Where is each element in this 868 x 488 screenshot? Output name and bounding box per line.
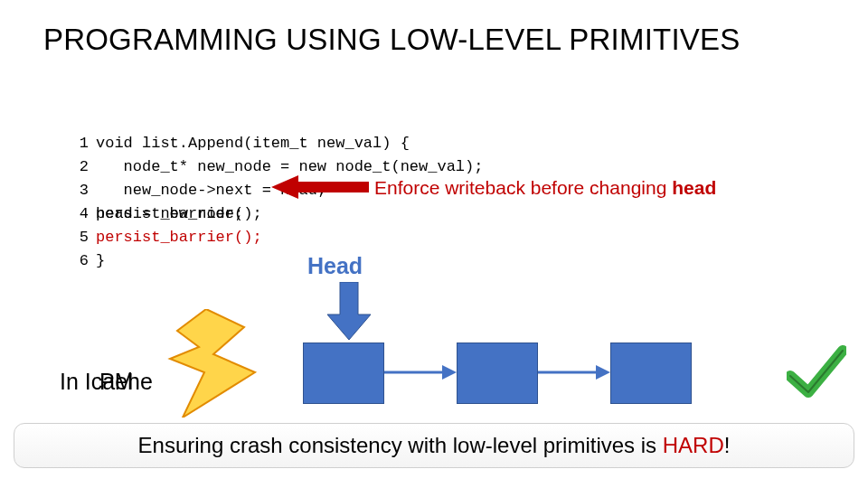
incache-c: PM xyxy=(99,369,134,395)
arrow-down-icon xyxy=(327,282,371,340)
footer-hard: HARD xyxy=(663,433,724,457)
list-node xyxy=(303,343,384,404)
line-number: 6 xyxy=(72,249,89,273)
list-node xyxy=(610,343,692,404)
head-label: Head xyxy=(307,253,363,279)
enforce-text: Enforce writeback before changing xyxy=(374,177,672,198)
svg-marker-3 xyxy=(442,365,457,380)
incache-a: In xyxy=(60,369,85,394)
line-number: 4 xyxy=(72,202,89,226)
code-text: persist_barrier(); xyxy=(96,229,262,246)
slide-title: PROGRAMMING USING LOW-LEVEL PRIMITIVES xyxy=(43,23,740,57)
checkmark-icon xyxy=(787,345,846,399)
in-cache-label: In IcaehePM xyxy=(60,369,153,395)
line-2: 2 node_t* new_node = new node_t(new_val)… xyxy=(72,158,483,175)
line-number: 3 xyxy=(72,179,89,202)
footer-callout: Ensuring crash consistency with low-leve… xyxy=(14,423,854,468)
line-4: 4head = new_node;persist_barrier(); xyxy=(72,205,262,222)
code-text: void list.Append(item_t new_val) { xyxy=(96,135,410,152)
svg-marker-6 xyxy=(170,309,255,418)
linked-list-nodes xyxy=(303,343,692,404)
line-number: 2 xyxy=(72,155,89,179)
code-text-over: persist_barrier(); xyxy=(96,205,262,222)
code-text: } xyxy=(96,252,105,269)
footer-text: Ensuring crash consistency with low-leve… xyxy=(138,433,731,458)
code-text: node_t* new_node = new node_t(new_val); xyxy=(96,158,483,175)
svg-marker-0 xyxy=(271,175,369,199)
link-arrow-icon xyxy=(384,364,457,380)
link-arrow-icon xyxy=(538,364,610,380)
svg-marker-1 xyxy=(327,282,371,340)
list-node xyxy=(457,343,538,404)
code-block: 1void list.Append(item_t new_val) { 2 no… xyxy=(72,108,483,296)
footer-pre: Ensuring crash consistency with low-leve… xyxy=(138,433,663,457)
line-1: 1void list.Append(item_t new_val) { xyxy=(72,135,410,152)
line-number: 5 xyxy=(72,226,89,249)
enforce-writeback-label: Enforce writeback before changing head xyxy=(374,177,716,199)
lightning-bolt-icon xyxy=(163,309,271,418)
line-5: 5persist_barrier(); xyxy=(72,229,262,246)
line-number: 1 xyxy=(72,132,89,155)
footer-post: ! xyxy=(724,433,731,457)
enforce-head-word: head xyxy=(672,177,716,198)
slide: PROGRAMMING USING LOW-LEVEL PRIMITIVES 1… xyxy=(0,0,868,488)
overlapped-text: head = new_node;persist_barrier(); xyxy=(96,202,262,226)
arrow-left-icon xyxy=(271,175,369,199)
svg-marker-5 xyxy=(596,365,610,380)
line-6: 6} xyxy=(72,252,105,269)
